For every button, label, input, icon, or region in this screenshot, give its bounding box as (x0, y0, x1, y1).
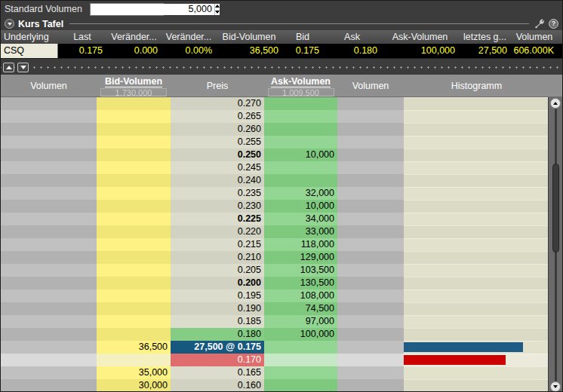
ladder-price-cell[interactable]: 0.230 (171, 200, 264, 213)
ladder-ask-volume-cell[interactable] (264, 110, 337, 123)
ladder-bid-volume-cell[interactable] (97, 97, 171, 110)
ladder-ask-volume-cell[interactable] (264, 341, 337, 354)
ladder-ask-volume-cell[interactable]: 118,000 (264, 238, 337, 251)
ladder-volume-cell (1, 149, 97, 161)
ladder-ask-volume-cell[interactable]: 32,000 (264, 187, 337, 200)
spinner-down-button[interactable] (215, 9, 220, 15)
ladder-ask-volume-cell[interactable]: 10,000 (264, 149, 337, 161)
ladder-bid-volume-cell[interactable] (97, 174, 171, 187)
bid-volume-total: 1,730,000 (100, 88, 167, 96)
ladder-bid-volume-cell[interactable] (97, 251, 171, 264)
ladder-bid-volume-cell[interactable] (97, 149, 171, 161)
ladder-row: 0.270 (1, 97, 549, 110)
splitter-collapse-up-button[interactable] (3, 63, 14, 72)
ladder-ask-volume-cell[interactable]: 33,000 (264, 225, 337, 238)
ladder-bid-volume-cell[interactable] (97, 277, 171, 289)
ladder-bid-volume-cell[interactable]: 36,500 (97, 341, 171, 354)
ladder-ask-volume-cell[interactable] (264, 161, 337, 174)
ask-volume-total: 1,009,500 (268, 88, 334, 96)
splitter-collapse-down-button[interactable] (17, 63, 29, 72)
scrollbar-thumb[interactable] (552, 164, 559, 253)
ladder-price-cell[interactable]: 0.235 (171, 187, 264, 200)
ladder-price-cell[interactable]: 0.240 (171, 174, 264, 187)
ladder-bid-volume-cell[interactable] (97, 264, 171, 277)
ladder-ask-volume-cell[interactable]: 97,000 (264, 315, 337, 328)
ladder-bid-volume-cell[interactable] (97, 187, 171, 200)
ladder-price-cell[interactable]: 0.265 (171, 110, 264, 123)
scrollbar-track[interactable] (548, 97, 562, 392)
ladder-price-cell[interactable]: 0.190 (171, 302, 264, 315)
ladder-bid-volume-cell[interactable] (97, 238, 171, 251)
ladder-price-cell[interactable]: 0.205 (171, 264, 264, 277)
underlying-cell: CSQ (1, 44, 58, 58)
ladder-ask-volume-cell[interactable]: 34,000 (264, 213, 337, 225)
scroll-up-button[interactable] (550, 98, 561, 109)
ladder-bid-volume-cell[interactable] (97, 136, 171, 149)
ladder-price-cell[interactable]: 0.195 (171, 289, 264, 302)
ladder-ask-volume-cell[interactable] (264, 97, 337, 110)
ladder-row: 30,0000.160 (1, 379, 549, 392)
ladder-histogram-cell (404, 238, 549, 251)
ladder-price-cell[interactable]: 0.180 (171, 328, 264, 341)
ladder-bid-volume-cell[interactable] (97, 315, 171, 328)
ladder-price-cell[interactable]: 0.185 (171, 315, 264, 328)
ladder-ask-volume-cell[interactable]: 74,500 (264, 302, 337, 315)
ladder-ask-volume-cell[interactable]: 100,000 (264, 328, 337, 341)
ladder-price-cell[interactable]: 0.220 (171, 225, 264, 238)
ladder-price-cell[interactable]: 0.225 (171, 213, 264, 225)
ladder-bid-volume-cell[interactable] (97, 302, 171, 315)
splitter-bar[interactable] (1, 60, 562, 75)
ladder-bid-volume-cell[interactable] (97, 354, 171, 366)
ladder-bid-volume-cell[interactable] (97, 213, 171, 225)
ladder-price-cell[interactable]: 0.245 (171, 161, 264, 174)
ladder-ask-volume-cell[interactable] (264, 136, 337, 149)
ladder-price-cell[interactable]: 0.200 (171, 277, 264, 289)
ladder-price-cell[interactable]: 0.210 (171, 251, 264, 264)
spinner-up-button[interactable] (215, 4, 220, 10)
ladder-price-cell[interactable]: 0.160 (171, 379, 264, 392)
ladder-price-cell[interactable]: 0.165 (171, 366, 264, 379)
ladder-ask-volume-cell[interactable]: 10,000 (264, 200, 337, 213)
ladder-row: 0.215118,000 (1, 238, 549, 251)
ladder-bid-volume-cell[interactable] (97, 328, 171, 341)
ladder-bid-volume-cell[interactable] (97, 110, 171, 123)
help-icon[interactable]: ? (548, 18, 559, 29)
ladder-volume-cell (1, 277, 97, 289)
ladder-bid-volume-cell[interactable]: 35,000 (97, 366, 171, 379)
ladder-bid-volume-cell[interactable] (97, 161, 171, 174)
ladder-ask-volume-cell[interactable] (264, 174, 337, 187)
ladder-row: 0.265 (1, 110, 549, 123)
ladder-price-cell[interactable]: 0.260 (171, 123, 264, 136)
ladder-volume-cell-right (337, 354, 404, 366)
ladder-price-cell[interactable]: 0.215 (171, 238, 264, 251)
ladder-ask-volume-cell[interactable] (264, 123, 337, 136)
ladder-volume-cell (1, 264, 97, 277)
ladder-row: 0.210129,000 (1, 251, 549, 264)
ladder-bid-volume-cell[interactable]: 30,000 (97, 379, 171, 392)
ladder-histogram-cell (404, 123, 549, 136)
ladder-price-cell[interactable]: 27,500 @ 0.175 (171, 341, 264, 354)
ladder-histogram-cell (404, 328, 549, 341)
ladder-histogram-cell (404, 161, 549, 174)
standard-volume-input[interactable] (91, 4, 214, 15)
ladder-volume-cell-right (337, 174, 404, 187)
ladder-bid-volume-cell[interactable] (97, 225, 171, 238)
ladder-ask-volume-cell[interactable] (264, 354, 337, 366)
collapse-toggle-button[interactable] (5, 19, 14, 29)
ladder-histogram-cell (404, 264, 549, 277)
ladder-ask-volume-cell[interactable]: 103,500 (264, 264, 337, 277)
tools-wrench-icon[interactable] (534, 18, 545, 29)
ladder-ask-volume-cell[interactable] (264, 366, 337, 379)
ladder-ask-volume-cell[interactable] (264, 379, 337, 392)
ladder-bid-volume-cell[interactable] (97, 123, 171, 136)
scroll-down-button[interactable] (550, 381, 561, 392)
ladder-bid-volume-cell[interactable] (97, 200, 171, 213)
ladder-price-cell[interactable]: 0.255 (171, 136, 264, 149)
ladder-price-cell[interactable]: 0.170 (171, 354, 264, 366)
ladder-bid-volume-cell[interactable] (97, 289, 171, 302)
ladder-ask-volume-cell[interactable]: 130,500 (264, 277, 337, 289)
ladder-price-cell[interactable]: 0.270 (171, 97, 264, 110)
ladder-ask-volume-cell[interactable]: 129,000 (264, 251, 337, 264)
ladder-ask-volume-cell[interactable]: 108,000 (264, 289, 337, 302)
ladder-price-cell[interactable]: 0.250 (171, 149, 264, 161)
